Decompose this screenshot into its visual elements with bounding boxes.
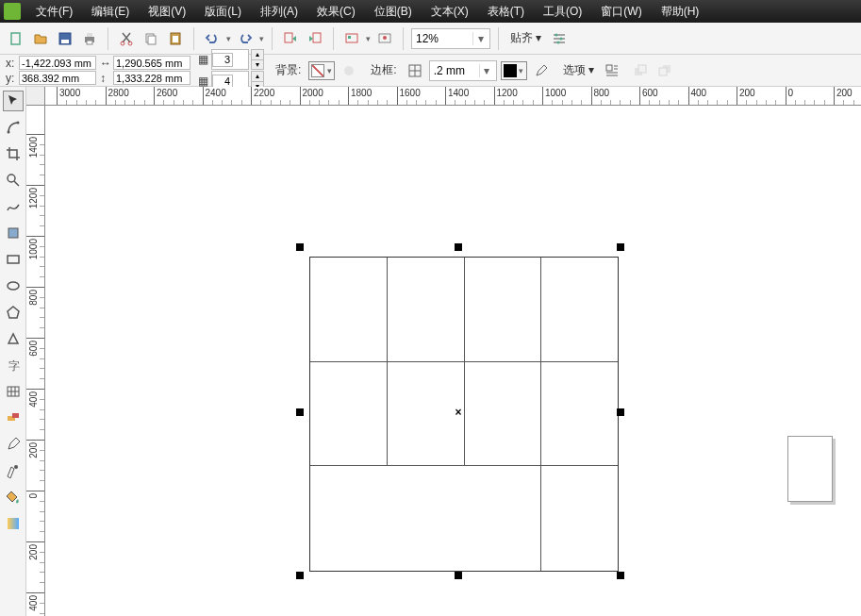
pick-tool[interactable] [3, 91, 24, 111]
selection-handle[interactable] [296, 243, 304, 251]
selection-center: × [454, 408, 463, 417]
svg-rect-45 [12, 413, 19, 418]
menu-edit[interactable]: 编辑(E) [82, 0, 139, 23]
property-bar: x: y: ↔ ↕ ▦ ▴▾ ▦ ▴▾ 背景: ▾ 边框: ▾ ▾ 选项 ▾ [0, 55, 861, 87]
selection-handle[interactable] [296, 572, 304, 579]
import-button[interactable] [280, 28, 301, 49]
options-label[interactable]: 选项 ▾ [563, 62, 594, 78]
menu-effects[interactable]: 效果(C) [307, 0, 365, 23]
to-back-button [654, 60, 675, 81]
crop-tool[interactable] [3, 143, 24, 164]
undo-dropdown[interactable]: ▾ [226, 34, 231, 43]
table-tool[interactable] [3, 381, 24, 402]
zoom-input[interactable] [412, 29, 472, 48]
menu-window[interactable]: 窗口(W) [591, 0, 651, 23]
height-input[interactable] [113, 71, 190, 85]
svg-point-46 [14, 465, 18, 469]
selection-handle[interactable] [455, 572, 462, 579]
cut-button[interactable] [116, 28, 137, 49]
svg-marker-38 [8, 334, 18, 343]
page-shadow [787, 436, 833, 502]
selected-table[interactable] [309, 257, 619, 572]
print-button[interactable] [79, 28, 100, 49]
menu-view[interactable]: 视图(V) [139, 0, 195, 23]
svg-rect-12 [285, 33, 292, 42]
save-button[interactable] [55, 28, 75, 49]
outline-pen-button[interactable] [531, 60, 552, 81]
redo-button[interactable] [235, 28, 256, 49]
new-button[interactable] [6, 28, 26, 49]
svg-rect-29 [659, 68, 667, 75]
selection-handle[interactable] [296, 408, 304, 416]
text-tool[interactable]: 字 [3, 355, 24, 375]
bg-color[interactable]: ▾ [308, 61, 335, 80]
options-button[interactable] [549, 28, 570, 49]
border-label: 边框: [371, 62, 396, 78]
selection-handle[interactable] [617, 408, 624, 416]
x-input[interactable] [19, 56, 96, 70]
outline-width-combo[interactable]: ▾ [429, 60, 497, 81]
ellipse-tool[interactable] [3, 275, 24, 296]
edit-fill-button [339, 60, 359, 81]
toolbox: 字 [0, 87, 26, 616]
dimension-tool[interactable] [3, 408, 24, 428]
app-launcher-dropdown[interactable]: ▾ [366, 34, 371, 43]
selection-handle[interactable] [455, 243, 462, 251]
svg-rect-47 [8, 518, 19, 529]
y-input[interactable] [19, 71, 96, 85]
svg-rect-15 [348, 36, 351, 39]
width-input[interactable] [113, 56, 190, 70]
menu-layout[interactable]: 版面(L) [195, 0, 251, 23]
svg-point-19 [560, 37, 563, 40]
outline-width-input[interactable] [430, 61, 479, 80]
ruler-origin[interactable] [26, 87, 45, 106]
svg-rect-11 [173, 36, 178, 42]
snap-button[interactable]: 贴齐 ▾ [510, 30, 541, 46]
border-select-button[interactable] [405, 60, 425, 81]
canvas[interactable]: × [45, 106, 861, 616]
menu-arrange[interactable]: 排列(A) [251, 0, 307, 23]
selection-handle[interactable] [617, 572, 624, 579]
svg-rect-5 [87, 41, 92, 44]
fill-tool[interactable] [3, 487, 24, 508]
export-button[interactable] [305, 28, 325, 49]
horizontal-ruler[interactable]: 3000280026002400220020001800160014001200… [45, 87, 861, 106]
undo-button[interactable] [202, 28, 223, 49]
interactive-fill-tool[interactable] [3, 513, 24, 534]
copy-button[interactable] [141, 28, 161, 49]
svg-point-31 [16, 122, 19, 125]
wrap-text-button[interactable] [602, 60, 622, 81]
vertical-ruler[interactable]: 1400120010008006004002000200400 [26, 106, 45, 616]
app-launcher-button[interactable] [341, 28, 362, 49]
freehand-tool[interactable] [3, 196, 24, 217]
svg-point-30 [7, 131, 9, 134]
svg-rect-4 [87, 33, 92, 37]
zoom-combo[interactable]: ▾ [411, 28, 490, 49]
cols-spinner[interactable]: ▴▾ [251, 49, 264, 70]
cols-input[interactable] [212, 53, 233, 67]
to-front-button [630, 60, 651, 81]
menu-help[interactable]: 帮助(H) [652, 0, 709, 23]
welcome-button[interactable] [374, 28, 395, 49]
menu-table[interactable]: 表格(T) [478, 0, 534, 23]
menu-tools[interactable]: 工具(O) [534, 0, 591, 23]
redo-dropdown[interactable]: ▾ [259, 34, 264, 43]
zoom-tool[interactable] [3, 170, 24, 191]
basic-shapes-tool[interactable] [3, 328, 24, 349]
eyedropper-tool[interactable] [3, 434, 24, 455]
zoom-dropdown[interactable]: ▾ [472, 32, 488, 45]
size-group: ↔ ↕ [100, 56, 190, 85]
polygon-tool[interactable] [3, 302, 24, 323]
menu-file[interactable]: 文件(F) [26, 0, 82, 23]
border-color[interactable]: ▾ [501, 61, 527, 80]
paste-button[interactable] [165, 28, 186, 49]
smart-fill-tool[interactable] [3, 223, 24, 243]
svg-rect-27 [638, 65, 646, 73]
open-button[interactable] [30, 28, 51, 49]
selection-handle[interactable] [617, 243, 624, 251]
shape-tool[interactable] [3, 117, 24, 138]
menu-bitmap[interactable]: 位图(B) [365, 0, 422, 23]
rectangle-tool[interactable] [3, 249, 24, 270]
menu-text[interactable]: 文本(X) [422, 0, 478, 23]
outline-tool[interactable] [3, 460, 24, 481]
